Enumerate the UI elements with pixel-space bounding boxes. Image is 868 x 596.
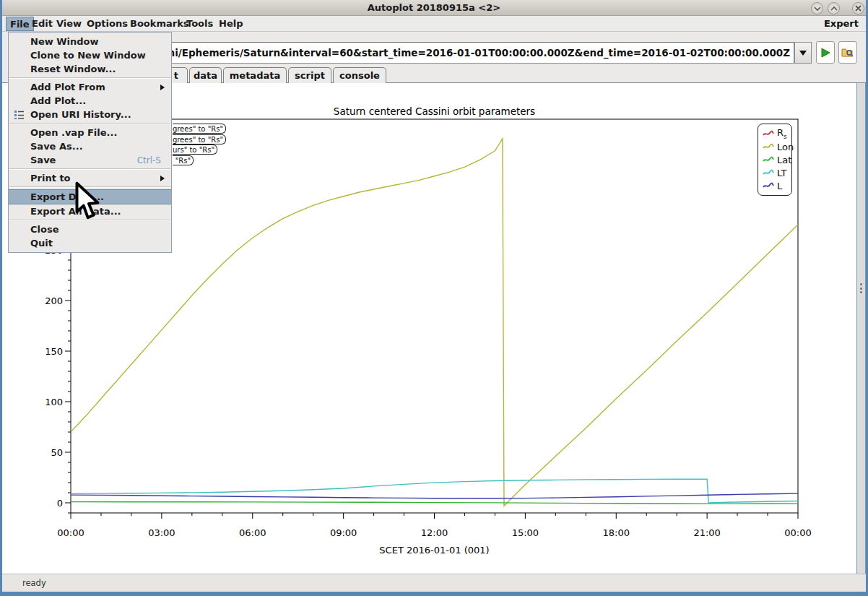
menu-item-open-uri-history[interactable]: Open URI History... [9,108,171,121]
x-tick-label: 03:00 [148,527,175,538]
legend[interactable]: RsLonLatLTL [758,124,792,196]
x-tick-label: 00:00 [784,527,811,538]
unit-warning-bubble[interactable]: "" to "Rs" [173,155,194,165]
legend-label: L [777,181,782,191]
legend-label: Lon [777,142,794,152]
menu-item-add-plot-from[interactable]: Add Plot From [9,80,171,94]
series-lt [71,479,798,503]
menu-item-add-plot[interactable]: Add Plot... [9,94,171,108]
menu-item-quit[interactable]: Quit [9,236,171,250]
menu-item-label: Add Plot From [30,82,105,92]
menu-item-close[interactable]: Close [9,223,171,236]
submenu-arrow-icon [160,85,165,90]
menu-item-label: Clone to New Window [30,50,146,61]
menu-item-save-as[interactable]: Save As... [9,139,171,153]
plot-frame [71,119,798,513]
menu-item-label: Save [30,155,56,165]
splitter-handle[interactable] [856,83,866,574]
menu-item-save[interactable]: SaveCtrl-S [9,153,171,167]
menu-item-label: Close [30,224,58,235]
menu-item-label: Reset Window... [30,64,116,74]
unit-warning-bubble[interactable]: "degrees" to "Rs" [173,134,226,144]
mouse-cursor-icon [73,181,102,223]
menu-item-shortcut: Ctrl-S [137,155,161,165]
legend-line-swatch [763,169,774,176]
legend-entry-lat[interactable]: Lat [763,153,791,166]
legend-line-swatch [763,182,774,189]
menu-item-label: Open .vap File... [30,127,117,138]
y-tick-label: 0 [57,498,63,509]
series-lat [71,502,798,504]
legend-entry-rs[interactable]: Rs [763,127,791,140]
y-tick-label: 50 [51,447,63,458]
menu-item-new-window[interactable]: New Window [9,35,171,48]
series-l [71,493,798,498]
menu-item-label: Add Plot... [30,95,86,106]
series-lon [71,139,798,506]
legend-label: Rs [777,127,787,140]
menu-item-label: Open URI History... [30,109,131,120]
x-tick-label: 15:00 [512,527,539,538]
legend-label: Lat [777,155,791,165]
legend-label: LT [777,168,786,178]
app-window: Autoplot 20180915a <2> FileEditViewOptio… [0,0,868,596]
legend-entry-lon[interactable]: Lon [763,140,791,153]
menu-item-label: New Window [30,36,99,47]
menu-item-clone-to-new-window[interactable]: Clone to New Window [9,48,171,62]
x-tick-label: 06:00 [239,527,266,538]
legend-entry-l[interactable]: L [763,179,791,192]
x-tick-label: 18:00 [603,527,630,538]
x-tick-label: 21:00 [693,527,720,538]
chart-title: Saturn centered Cassini orbit parameters [334,105,535,117]
x-tick-label: 12:00 [421,527,448,538]
x-tick-label: 00:00 [57,527,84,538]
menu-item-label: Save As... [30,141,83,152]
unit-warning-bubble[interactable]: "degrees" to "Rs" [173,124,226,134]
y-tick-label: 200 [45,295,63,306]
menu-separator [9,168,170,170]
y-tick-label: 100 [45,397,63,407]
menu-item-label: Quit [30,238,53,249]
uri-history-icon [14,109,25,122]
x-tick-label: 09:00 [330,527,357,538]
legend-entry-lt[interactable]: LT [763,166,791,179]
status-bar: ready [2,574,866,592]
unit-warning-bubble[interactable]: "hours" to "Rs" [173,144,217,155]
status-text: ready [22,578,46,588]
menu-item-reset-window[interactable]: Reset Window... [9,62,171,76]
legend-line-swatch [763,143,774,150]
x-axis-label: SCET 2016-01-01 (001) [379,545,489,556]
legend-line-swatch [763,130,774,137]
menu-separator [9,77,170,79]
legend-line-swatch [763,156,774,163]
menu-item-label: Print to [30,173,71,183]
menu-item-open-vap-file[interactable]: Open .vap File... [9,126,171,139]
splitter-grip-icon [860,283,863,293]
submenu-arrow-icon [160,176,165,181]
y-tick-label: 150 [45,346,63,357]
menu-separator [9,123,170,124]
